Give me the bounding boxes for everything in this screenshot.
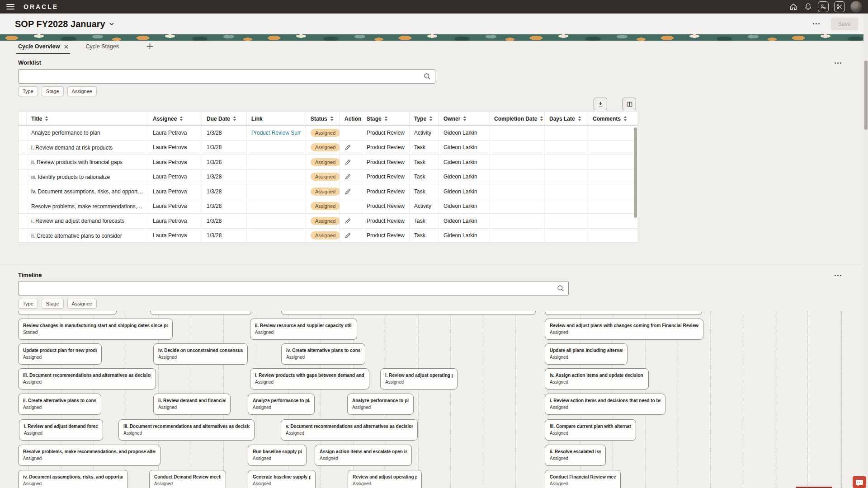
timeline-card-partial[interactable] [150, 311, 251, 315]
timeline-card-partial[interactable] [281, 311, 536, 315]
scissors-icon-button[interactable] [834, 1, 845, 12]
timeline-card[interactable]: ii. Review resource and supplier capacit… [250, 319, 357, 340]
column-header[interactable]: Assignee [148, 112, 202, 125]
timeline-card[interactable]: ii. Create alternative plans to consider… [18, 394, 101, 415]
timeline-card[interactable]: iv. Assign action items and update decis… [545, 368, 649, 389]
sort-icon[interactable] [385, 116, 388, 121]
timeline-card[interactable]: iii. Compare current plan with alternati… [545, 419, 636, 441]
tab-cycle-stages[interactable]: Cycle Stages [84, 41, 121, 53]
worklist-overflow-menu-icon[interactable] [835, 62, 843, 64]
home-icon[interactable] [789, 2, 798, 11]
table-row[interactable]: ii. Review products with financial gaps … [19, 155, 638, 170]
timeline-card[interactable]: Analyze performance to planAssigned [347, 394, 414, 415]
edit-pencil-icon[interactable] [344, 188, 351, 195]
table-row[interactable]: i. Review demand at risk products Laura … [19, 141, 638, 155]
sort-icon[interactable] [180, 116, 183, 121]
timeline-card[interactable]: i. Review and adjust operating planAssig… [380, 368, 458, 389]
timeline-card-partial[interactable] [18, 311, 117, 315]
filter-chip[interactable]: Stage [42, 299, 64, 309]
timeline-card[interactable]: Run baseline supply planAssigned [248, 445, 307, 466]
sort-icon[interactable] [463, 116, 467, 121]
timeline-card[interactable]: Conduct Financial Review meetingAssigned [545, 470, 621, 488]
timeline-card-partial[interactable] [545, 311, 702, 315]
edit-pencil-icon[interactable] [344, 218, 351, 224]
oracle-logo[interactable]: ORACLE [24, 3, 58, 10]
sort-icon[interactable] [540, 116, 543, 121]
search-icon[interactable] [557, 284, 565, 292]
sort-icon[interactable] [624, 116, 627, 121]
column-header[interactable]: Stage [362, 112, 410, 125]
timeline-card[interactable]: iii. Document recommendations and altern… [118, 419, 255, 441]
table-row[interactable]: iii. Identify products to rationalize La… [19, 170, 638, 185]
column-header[interactable]: Owner [439, 112, 490, 125]
filter-chip[interactable]: Assignee [67, 86, 97, 96]
add-tab-button[interactable] [146, 41, 154, 50]
link[interactable]: Product Review Summary [251, 130, 301, 136]
worklist-search-input[interactable] [22, 70, 420, 83]
sort-icon[interactable] [330, 116, 334, 121]
timeline-card[interactable]: Update all plans including alternativesA… [545, 343, 627, 365]
person-x-icon-button[interactable] [818, 1, 829, 12]
table-scrollbar-thumb[interactable] [634, 127, 637, 218]
edit-pencil-icon[interactable] [344, 232, 351, 239]
table-row[interactable]: i. Review and adjust demand forecasts La… [19, 214, 638, 229]
column-header[interactable]: Title [27, 112, 148, 125]
column-header[interactable]: Comments [588, 112, 638, 125]
filter-chip[interactable]: Stage [42, 86, 64, 96]
column-header[interactable]: Due Date [202, 112, 247, 125]
timeline-card[interactable]: Review and adjust plans with changes com… [545, 319, 703, 340]
timeline-card[interactable]: Update product plan for new productsAssi… [18, 343, 102, 365]
chat-feedback-button[interactable] [853, 476, 866, 488]
hamburger-menu-icon[interactable] [6, 4, 14, 9]
table-row[interactable]: ii. Create alternative plans to consider… [19, 229, 638, 243]
sort-icon[interactable] [233, 116, 236, 121]
timeline-overflow-menu-icon[interactable] [835, 275, 843, 277]
edit-pencil-icon[interactable] [344, 174, 351, 180]
column-header[interactable]: Action [340, 112, 362, 125]
column-header[interactable]: Type [410, 112, 439, 125]
column-header[interactable]: Completion Date [490, 112, 545, 125]
timeline-card[interactable]: Generate baseline supply planAssigned [248, 470, 316, 488]
timeline-card[interactable]: Analyze performance to planAssigned [248, 394, 315, 415]
timeline-card[interactable]: Conduct Demand Review meetingAssigned [149, 470, 226, 488]
filter-chip[interactable]: Type [18, 299, 38, 309]
timeline-card[interactable]: iv. Document assumptions, risks, and opp… [18, 470, 128, 488]
timeline-card[interactable]: i. Review and adjust demand forecastsAss… [19, 419, 103, 441]
column-header[interactable]: Link [247, 112, 306, 125]
save-button[interactable]: Save [831, 18, 859, 30]
edit-pencil-icon[interactable] [344, 144, 351, 150]
timeline-card[interactable]: iv. Create alternative plans to consider… [281, 343, 365, 365]
edit-pencil-icon[interactable] [344, 159, 351, 165]
page-scrollbar-thumb[interactable] [864, 61, 868, 130]
timeline-card[interactable]: Review changes in manufacturing start an… [18, 319, 173, 340]
user-avatar[interactable] [850, 1, 862, 12]
column-header[interactable]: Days Late [545, 112, 588, 125]
timeline-card[interactable]: i. Review action items and decisions tha… [545, 394, 665, 415]
notifications-bell-icon[interactable] [803, 2, 812, 11]
search-icon[interactable] [423, 72, 431, 80]
timeline-card[interactable]: i. Review products with gaps between dem… [250, 368, 369, 389]
download-button[interactable] [594, 98, 607, 110]
timeline-card[interactable]: iv. Decide on unconstrained consensus fo… [153, 343, 248, 365]
close-icon[interactable] [64, 45, 68, 49]
timeline-card[interactable]: ii. Review demand and financial gapsAssi… [153, 394, 231, 415]
page-scrollbar-track[interactable] [863, 14, 868, 488]
column-manager-button[interactable] [623, 98, 636, 110]
timeline-card[interactable]: Resolve problems, make recommendations, … [18, 445, 160, 466]
page-overflow-menu-icon[interactable] [813, 23, 821, 25]
table-row[interactable]: Resolve problems, make recommendations, … [19, 199, 638, 214]
timeline-card[interactable]: Review and adjust operating planAssigned [348, 470, 422, 488]
table-row[interactable]: Analyze performance to plan Laura Petrov… [19, 126, 638, 141]
table-row[interactable]: iv. Document assumptions, risks, and opp… [19, 184, 638, 199]
tab-cycle-overview[interactable]: Cycle Overview [16, 41, 70, 54]
filter-chip[interactable]: Type [18, 86, 38, 96]
sort-icon[interactable] [578, 116, 581, 121]
sort-icon[interactable] [429, 116, 433, 121]
timeline-card[interactable]: Assign action items and escalate open is… [315, 445, 412, 466]
column-header[interactable]: Status [306, 112, 340, 125]
timeline-card[interactable]: ii. Resolve escalated issuesAssigned [545, 445, 606, 466]
timeline-search-input[interactable] [22, 282, 553, 295]
timeline-card[interactable]: iii. Document recommendations and altern… [18, 368, 156, 389]
filter-chip[interactable]: Assignee [67, 299, 97, 309]
page-title-dropdown[interactable]: SOP FY2028 January [15, 19, 114, 29]
